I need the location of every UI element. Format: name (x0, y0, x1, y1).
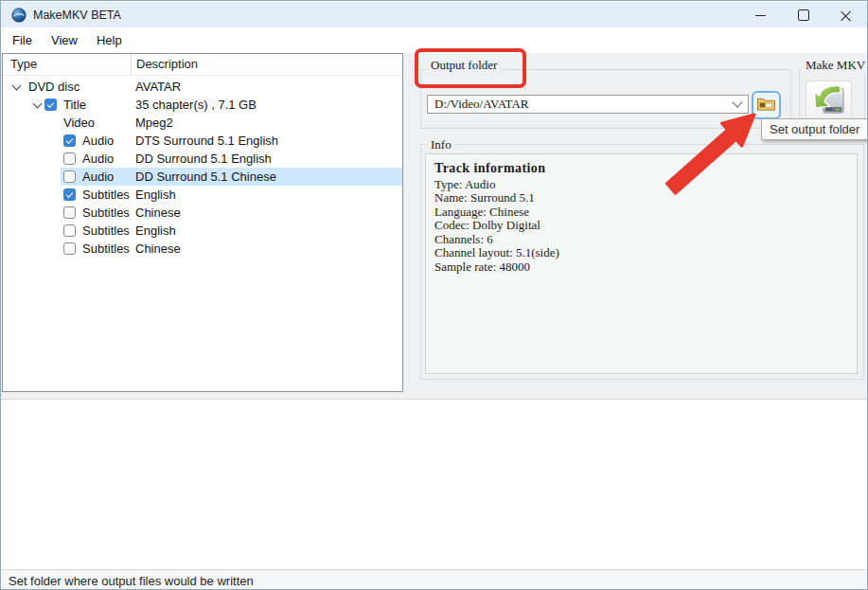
info-line-channels: Channels: 6 (434, 233, 559, 247)
tree-row[interactable]: Audio DD Surround 5.1 English (3, 150, 402, 168)
row-type: Subtitles (82, 188, 130, 202)
info-label: Info (427, 137, 455, 152)
tree-row[interactable]: Video Mpeg2 (3, 114, 402, 132)
app-icon (11, 8, 27, 23)
info-line-language: Language: Chinese (434, 206, 559, 220)
row-type: Title (63, 98, 86, 112)
checkbox-checked[interactable] (44, 98, 57, 111)
checkbox-unchecked[interactable] (63, 224, 76, 237)
tree-row[interactable]: DVD disc AVATAR (3, 78, 402, 96)
tree-row[interactable]: Subtitles Chinese (3, 240, 402, 258)
row-description: English (135, 188, 176, 202)
column-header-type[interactable]: Type (3, 54, 132, 75)
titlebar: MakeMKV BETA (1, 1, 867, 28)
row-description: DD Surround 5.1 Chinese (135, 170, 276, 184)
row-type: Video (63, 116, 95, 130)
row-type: Audio (82, 152, 114, 166)
row-description: AVATAR (135, 80, 181, 94)
log-area (1, 399, 867, 570)
row-type: Subtitles (82, 241, 130, 256)
row-type: Audio (82, 134, 114, 148)
chevron-down-icon[interactable] (29, 98, 44, 113)
minimize-icon (755, 15, 766, 16)
row-type: Audio (82, 170, 114, 184)
status-bar: Set folder where output files would be w… (1, 569, 867, 590)
track-info-heading: Track information (434, 162, 559, 176)
row-description: Mpeg2 (135, 116, 173, 130)
makemkv-window: MakeMKV BETA File View Help Type Descrip… (0, 0, 868, 590)
chevron-down-icon[interactable] (9, 80, 24, 95)
title-tree-panel: Type Description DVD disc AVATAR Title 3… (2, 53, 403, 392)
row-description: DTS Surround 5.1 English (135, 134, 278, 148)
row-type: Subtitles (82, 206, 130, 220)
make-mkv-button[interactable] (806, 80, 852, 121)
set-output-folder-button[interactable] (752, 91, 781, 119)
tree-rows: DVD disc AVATAR Title 35 chapter(s) , 7.… (3, 76, 402, 258)
tree-row[interactable]: Audio DTS Surround 5.1 English (3, 132, 402, 150)
checkbox-checked[interactable] (63, 188, 76, 201)
column-header-description[interactable]: Description (132, 54, 402, 75)
checkbox-unchecked[interactable] (63, 242, 76, 255)
output-path-combobox[interactable]: D:/Video/AVATAR (427, 95, 749, 114)
maximize-icon (798, 9, 809, 21)
red-highlight-box (415, 48, 526, 88)
tree-header: Type Description (3, 54, 402, 76)
row-description: 35 chapter(s) , 7.1 GB (135, 98, 257, 112)
row-description: English (135, 223, 176, 238)
menu-view[interactable]: View (42, 29, 87, 51)
tree-row[interactable]: Title 35 chapter(s) , 7.1 GB (3, 96, 402, 114)
info-line-name: Name: Surround 5.1 (434, 191, 559, 206)
checkbox-unchecked[interactable] (63, 152, 76, 165)
info-panel: Track information Type: Audio Name: Surr… (425, 153, 858, 374)
make-mkv-icon (812, 84, 846, 118)
row-type: Subtitles (82, 223, 130, 238)
status-text: Set folder where output files would be w… (1, 574, 254, 588)
checkbox-unchecked[interactable] (63, 206, 76, 219)
menu-help[interactable]: Help (87, 29, 132, 51)
info-line-channel-layout: Channel layout: 5.1(side) (434, 246, 559, 260)
row-description: DD Surround 5.1 English (135, 152, 272, 166)
tree-row[interactable]: Subtitles English (3, 186, 402, 204)
tree-row-selected[interactable]: Audio DD Surround 5.1 Chinese (3, 168, 402, 186)
row-type: DVD disc (28, 80, 80, 94)
row-description: Chinese (135, 241, 181, 256)
checkbox-checked[interactable] (63, 134, 76, 147)
checkbox-unchecked[interactable] (63, 170, 76, 183)
tree-row[interactable]: Subtitles Chinese (3, 204, 402, 222)
minimize-button[interactable] (739, 2, 782, 28)
output-path-value: D:/Video/AVATAR (428, 97, 727, 112)
info-line-codec: Codec: Dolby Digital (434, 219, 559, 233)
close-icon (841, 10, 851, 21)
window-title: MakeMKV BETA (33, 9, 121, 22)
tree-row[interactable]: Subtitles English (3, 222, 402, 240)
info-line-type: Type: Audio (434, 178, 559, 192)
tooltip-text: Set output folder (770, 122, 859, 136)
row-description: Chinese (135, 206, 181, 220)
close-button[interactable] (824, 2, 867, 28)
maximize-button[interactable] (782, 2, 824, 28)
folder-icon (756, 96, 776, 116)
chevron-down-icon[interactable] (727, 102, 748, 106)
tooltip-set-output-folder: Set output folder (761, 118, 868, 140)
info-line-sample-rate: Sample rate: 48000 (434, 260, 559, 275)
make-mkv-label: Make MKV (802, 58, 868, 73)
menu-file[interactable]: File (3, 29, 42, 51)
